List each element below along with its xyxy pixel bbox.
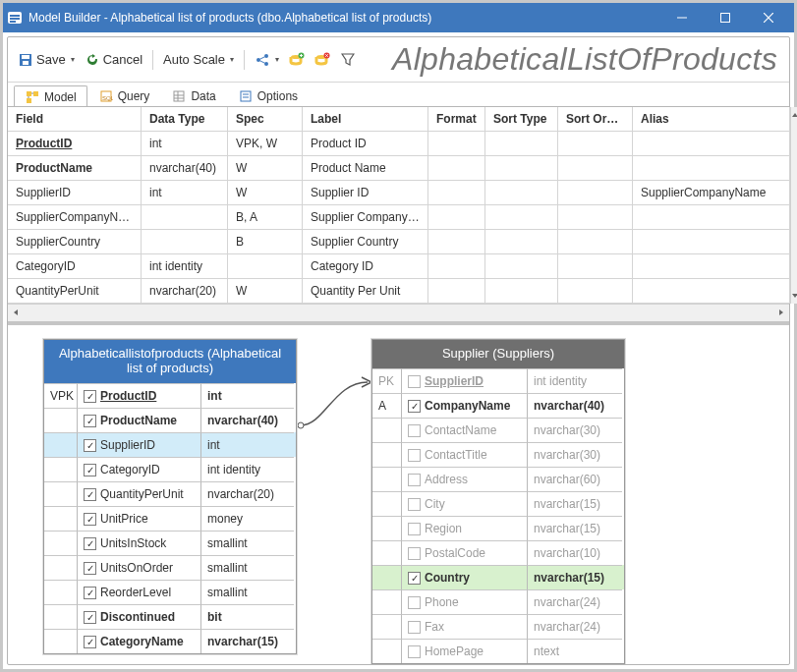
diagram-key-cell: [44, 432, 78, 457]
diagram-key-cell: [44, 531, 78, 555]
svg-rect-26: [27, 98, 31, 103]
diagram-field-row[interactable]: ✓QuantityPerUnit nvarchar(20): [44, 481, 296, 506]
diagram-field-row[interactable]: Fax nvarchar(24): [372, 614, 624, 639]
diagram-field-row[interactable]: VPK ✓ProductID int: [44, 383, 296, 408]
checkbox-icon[interactable]: ✓: [84, 390, 96, 403]
remove-sql-button[interactable]: [311, 48, 334, 72]
checkbox-icon[interactable]: ✓: [84, 611, 96, 624]
diagram-field-row[interactable]: ✓Discontinued bit: [44, 604, 296, 629]
maximize-button[interactable]: [704, 3, 747, 32]
checkbox-icon[interactable]: [408, 523, 421, 535]
checkbox-icon[interactable]: [408, 498, 421, 511]
diagram-field-row[interactable]: ContactName nvarchar(30): [372, 418, 624, 442]
diagram-field-row[interactable]: ✓UnitPrice money: [44, 506, 296, 531]
grid-cell: [485, 279, 558, 304]
window-title: Model Builder - Alphabetical list of pro…: [28, 11, 660, 25]
tab-data[interactable]: Data: [160, 84, 226, 106]
close-button[interactable]: [747, 3, 790, 32]
grid-header-cell[interactable]: Sort Order: [558, 107, 633, 132]
diagram-table-supplier[interactable]: Supplier (Suppliers) PK SupplierID int i…: [371, 339, 625, 664]
checkbox-icon[interactable]: [408, 474, 421, 486]
diagram-key-cell: [44, 506, 78, 531]
grid-header-cell[interactable]: Alias: [633, 107, 790, 132]
diagram-field-row[interactable]: Phone nvarchar(24): [372, 589, 624, 614]
query-icon: SQL: [98, 88, 114, 104]
add-sql-button[interactable]: [285, 48, 309, 72]
grid-header-cell[interactable]: Spec: [228, 107, 303, 132]
checkbox-icon[interactable]: ✓: [84, 488, 96, 501]
checkbox-icon[interactable]: [408, 449, 421, 462]
grid-row[interactable]: SupplierIDintWSupplier IDSupplierCompany…: [8, 181, 790, 205]
grid-cell: [485, 156, 558, 181]
diagram-field-row[interactable]: ✓UnitsInStock smallint: [44, 531, 296, 555]
diagram-field-row[interactable]: ✓ProductName nvarchar(40): [44, 408, 296, 432]
checkbox-icon[interactable]: [408, 424, 421, 437]
diagram-canvas[interactable]: Alphabeticallistofproducts (Alphabetical…: [8, 321, 789, 664]
tab-model[interactable]: Model: [14, 85, 87, 107]
title-bar: Model Builder - Alphabetical list of pro…: [3, 3, 794, 32]
filter-button[interactable]: [336, 48, 360, 72]
grid-row[interactable]: QuantityPerUnitnvarchar(20)WQuantity Per…: [8, 279, 790, 304]
grid-row[interactable]: SupplierCompanyNameB, ASupplier Company …: [8, 205, 790, 230]
diagram-table-alphabeticallistofproducts[interactable]: Alphabeticallistofproducts (Alphabetical…: [43, 339, 297, 654]
diagram-key-cell: PK: [372, 368, 402, 393]
checkbox-icon[interactable]: ✓: [84, 513, 96, 526]
checkbox-icon[interactable]: ✓: [408, 400, 421, 413]
scroll-left-icon[interactable]: [12, 308, 20, 318]
checkbox-icon[interactable]: ✓: [408, 572, 421, 585]
grid-header-cell[interactable]: Field: [8, 107, 142, 132]
diagram-field-row[interactable]: PostalCode nvarchar(10): [372, 540, 624, 565]
grid-header-cell[interactable]: Data Type: [142, 107, 228, 132]
cancel-button[interactable]: Cancel: [81, 48, 146, 72]
grid-row[interactable]: ProductIDintVPK, WProduct ID: [8, 132, 790, 156]
grid-header-cell[interactable]: Format: [428, 107, 485, 132]
grid-row[interactable]: ProductNamenvarchar(40)WProduct Name: [8, 156, 790, 181]
tab-query[interactable]: SQLQuery: [87, 84, 161, 106]
diagram-field-row[interactable]: Address nvarchar(60): [372, 467, 624, 491]
tab-label: Query: [118, 89, 150, 103]
checkbox-icon[interactable]: ✓: [84, 415, 96, 427]
grid-vertical-scrollbar[interactable]: [790, 107, 797, 304]
scroll-down-icon[interactable]: [791, 288, 797, 304]
checkbox-icon[interactable]: [408, 547, 421, 560]
scroll-up-icon[interactable]: [791, 107, 797, 123]
grid-header-cell[interactable]: Label: [303, 107, 428, 132]
diagram-field-row[interactable]: ✓Country nvarchar(15): [372, 565, 624, 589]
diagram-field-row[interactable]: HomePage ntext: [372, 639, 624, 663]
diagram-field-row[interactable]: Region nvarchar(15): [372, 516, 624, 540]
checkbox-icon[interactable]: [408, 645, 421, 658]
checkbox-icon[interactable]: ✓: [84, 439, 96, 452]
grid-row[interactable]: CategoryIDint identityCategory ID: [8, 254, 790, 279]
diagram-field-row[interactable]: ✓UnitsOnOrder smallint: [44, 555, 296, 580]
svg-rect-35: [241, 91, 251, 101]
grid-header-cell[interactable]: Sort Type: [485, 107, 558, 132]
grid-cell: [558, 279, 633, 304]
save-button[interactable]: Save ▾: [14, 48, 79, 72]
checkbox-icon[interactable]: [408, 621, 421, 634]
minimize-button[interactable]: [660, 3, 704, 32]
checkbox-icon[interactable]: ✓: [84, 636, 96, 648]
checkbox-icon[interactable]: ✓: [84, 464, 96, 476]
checkbox-icon[interactable]: [408, 375, 421, 388]
model-icon: [25, 89, 40, 105]
diagram-name-cell: Region: [402, 516, 528, 540]
checkbox-icon[interactable]: ✓: [84, 587, 96, 599]
grid-cell: int: [142, 181, 228, 205]
diagram-field-row[interactable]: ✓SupplierID int: [44, 432, 296, 457]
diagram-field-row[interactable]: ✓ReorderLevel smallint: [44, 580, 296, 604]
share-button[interactable]: ▾: [251, 48, 283, 72]
diagram-field-row[interactable]: A ✓CompanyName nvarchar(40): [372, 393, 624, 418]
checkbox-icon[interactable]: ✓: [84, 562, 96, 575]
diagram-field-row[interactable]: ✓CategoryName nvarchar(15): [44, 629, 296, 653]
auto-scale-button[interactable]: Auto Scale ▾: [159, 48, 238, 72]
diagram-field-row[interactable]: ContactTitle nvarchar(30): [372, 442, 624, 467]
diagram-field-row[interactable]: City nvarchar(15): [372, 491, 624, 516]
checkbox-icon[interactable]: [408, 596, 421, 609]
diagram-field-row[interactable]: ✓CategoryID int identity: [44, 457, 296, 481]
grid-row[interactable]: SupplierCountryBSupplier Country: [8, 230, 790, 254]
diagram-field-row[interactable]: PK SupplierID int identity: [372, 368, 624, 393]
tab-options[interactable]: Options: [227, 84, 309, 106]
scroll-right-icon[interactable]: [777, 308, 785, 318]
checkbox-icon[interactable]: ✓: [84, 537, 96, 550]
grid-horizontal-scrollbar[interactable]: [8, 304, 789, 321]
